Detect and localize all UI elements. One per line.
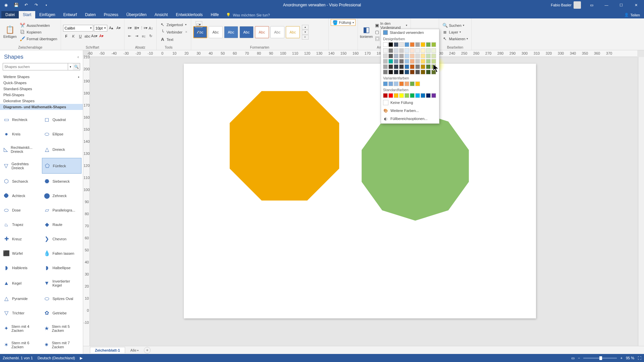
shape-item[interactable]: ◗Halbkreis (1, 261, 41, 275)
color-swatch[interactable] (410, 70, 415, 74)
tab-entwurf[interactable]: Entwurf (59, 11, 81, 18)
color-swatch[interactable] (383, 42, 388, 47)
font-name-combo[interactable]: Calibri▾ (63, 25, 93, 32)
color-swatch[interactable] (388, 93, 393, 98)
redo-icon[interactable]: ↷ (32, 1, 41, 9)
shape-item[interactable]: ●Kreis (1, 127, 41, 141)
page-indicator[interactable]: Zeichenbl. 1 von 1 (3, 356, 33, 360)
color-swatch[interactable] (421, 70, 425, 74)
color-swatch[interactable] (431, 42, 436, 47)
color-swatch[interactable] (383, 64, 388, 69)
connection-point-button[interactable]: ✕ (196, 29, 202, 36)
color-swatch[interactable] (410, 48, 415, 53)
gallery-up-icon[interactable]: ▴ (302, 25, 309, 29)
shape-item[interactable]: ✷Stern mit 7 Zacken (42, 337, 82, 353)
color-swatch[interactable] (421, 59, 425, 64)
color-swatch[interactable] (415, 70, 420, 74)
color-swatch[interactable] (394, 54, 398, 58)
category-dekorative-shapes[interactable]: Dekorative Shapes (0, 98, 83, 104)
font-size-combo[interactable]: 10pt▾ (94, 25, 107, 32)
increase-indent-button[interactable]: ⇥ (133, 33, 140, 40)
style-swatch-3[interactable]: Abc (224, 26, 238, 38)
color-swatch[interactable] (421, 42, 425, 47)
shape-item[interactable]: ✶Stern mit 6 Zacken (1, 337, 41, 353)
color-swatch[interactable] (394, 48, 398, 53)
cut-button[interactable]: ✂️Ausschneiden (18, 22, 58, 29)
color-swatch[interactable] (426, 54, 431, 58)
case-button[interactable]: Aa▾ (91, 33, 98, 40)
drawing-page[interactable] (184, 64, 536, 318)
color-swatch[interactable] (426, 59, 431, 64)
color-swatch[interactable] (431, 54, 436, 58)
maximize-icon[interactable]: ☐ (614, 0, 628, 10)
color-swatch[interactable] (405, 48, 409, 53)
text-tool-button[interactable]: AText (159, 36, 189, 43)
shape-item[interactable]: ★Stern mit 5 Zacken (42, 320, 82, 336)
color-swatch[interactable] (426, 42, 431, 47)
shape-item[interactable]: ▱Parallelogra... (42, 203, 82, 217)
color-swatch[interactable] (388, 59, 393, 64)
color-swatch[interactable] (431, 48, 436, 53)
shape-item[interactable]: ⬭Ellipse (42, 127, 82, 141)
color-swatch[interactable] (405, 93, 409, 98)
shape-item[interactable]: ⬡Sechseck (1, 174, 41, 188)
zoom-slider[interactable] (583, 358, 617, 359)
color-swatch[interactable] (426, 70, 431, 74)
shape-item[interactable]: ◆Raute (42, 218, 82, 231)
color-swatch[interactable] (399, 93, 404, 98)
align-vertical-button[interactable]: ≣▾ (133, 25, 140, 32)
color-swatch[interactable] (399, 81, 404, 86)
macro-indicator[interactable]: ▶ (80, 356, 83, 360)
color-swatch[interactable] (421, 93, 425, 98)
color-swatch[interactable] (405, 70, 409, 74)
gallery-down-icon[interactable]: ▾ (302, 30, 309, 35)
more-colors-item[interactable]: 🎨 Weitere Farben... (381, 107, 439, 115)
position-button[interactable]: ◧ tionieren (360, 19, 373, 45)
zoom-out-icon[interactable]: − (578, 356, 580, 360)
shapes-search-input[interactable] (3, 63, 68, 70)
color-swatch[interactable] (426, 93, 431, 98)
shape-item[interactable]: ⬭Spitzes Oval (42, 292, 82, 305)
color-swatch[interactable] (388, 70, 393, 74)
tab-einfuegen[interactable]: Einfügen (35, 11, 59, 18)
text-direction-button[interactable]: A↕ (148, 25, 154, 32)
color-swatch[interactable] (383, 81, 388, 86)
style-swatch-4[interactable]: Abc (239, 26, 254, 38)
presentation-mode-icon[interactable]: ▭ (571, 356, 575, 360)
color-swatch[interactable] (415, 54, 420, 58)
category-pfeil-shapes[interactable]: Pfeil-Shapes (0, 92, 83, 98)
color-swatch[interactable] (410, 59, 415, 64)
shape-item[interactable]: ◺Rechtwinkli... Dreieck (1, 141, 41, 157)
paste-button[interactable]: 📋 Einfügen (2, 19, 18, 45)
color-swatch[interactable] (383, 54, 388, 58)
style-swatch-5[interactable]: Abc (255, 26, 269, 38)
color-swatch[interactable] (399, 70, 404, 74)
color-swatch[interactable] (399, 54, 404, 58)
no-fill-item[interactable]: Keine Füllung (381, 99, 439, 107)
tell-me[interactable]: 💡 Was möchten Sie tun? (223, 11, 273, 18)
bring-forward-button[interactable]: ▣In den Vordergrund▾ (373, 22, 408, 29)
share-button[interactable]: 👤 Teilen (620, 11, 644, 18)
add-page-button[interactable]: + (144, 347, 151, 354)
color-swatch[interactable] (415, 42, 420, 47)
color-swatch[interactable] (431, 64, 436, 69)
shape-item[interactable]: ⬤Zehneck (42, 189, 82, 202)
search-dropdown-icon[interactable]: ▾ (68, 63, 73, 70)
color-swatch[interactable] (388, 81, 393, 86)
fill-button[interactable]: 🪣Füllung▾ (331, 19, 356, 26)
style-swatch-2[interactable]: Abc (209, 26, 223, 38)
color-swatch[interactable] (426, 64, 431, 69)
fill-options-item[interactable]: ◐ Füllbereichsoptionen... (381, 115, 439, 123)
color-swatch[interactable] (431, 59, 436, 64)
zoom-level[interactable]: 95 % (626, 356, 634, 360)
style-swatch-7[interactable]: Abc (286, 26, 300, 38)
fit-page-icon[interactable]: ⛶ (638, 356, 641, 360)
color-swatch[interactable] (410, 81, 415, 86)
shape-item[interactable]: ⬣Siebeneck (42, 174, 82, 188)
color-swatch[interactable] (383, 93, 388, 98)
underline-button[interactable]: U (77, 33, 84, 40)
color-swatch[interactable] (388, 54, 393, 58)
color-swatch[interactable] (383, 59, 388, 64)
shape-item[interactable]: ▭Rechteck (1, 113, 41, 126)
shape-item[interactable]: ▼Invertierter Kegel (42, 275, 82, 291)
